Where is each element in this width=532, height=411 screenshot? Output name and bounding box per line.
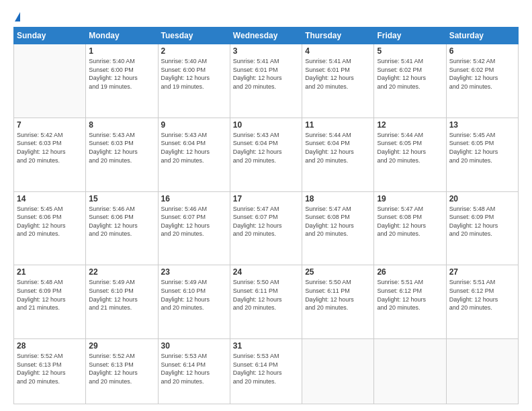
calendar-cell — [14, 44, 86, 118]
day-number: 14 — [17, 194, 83, 203]
day-number: 19 — [377, 194, 443, 203]
calendar-cell: 3Sunrise: 5:41 AMSunset: 6:01 PMDaylight… — [230, 44, 302, 118]
calendar-week-row: 14Sunrise: 5:45 AMSunset: 6:06 PMDayligh… — [14, 191, 519, 265]
day-info: Sunrise: 5:52 AMSunset: 6:13 PMDaylight:… — [17, 352, 83, 385]
day-number: 26 — [377, 267, 443, 277]
day-number: 5 — [377, 46, 443, 56]
calendar-cell: 2Sunrise: 5:40 AMSunset: 6:00 PMDaylight… — [158, 44, 230, 118]
day-info: Sunrise: 5:44 AMSunset: 6:04 PMDaylight:… — [305, 131, 371, 165]
header — [13, 12, 519, 20]
day-number: 22 — [89, 267, 154, 277]
day-info: Sunrise: 5:53 AMSunset: 6:14 PMDaylight:… — [233, 352, 299, 385]
day-number: 31 — [233, 341, 299, 351]
day-number: 15 — [89, 194, 154, 203]
day-of-week-header: Wednesday — [230, 28, 302, 44]
calendar-week-row: 21Sunrise: 5:48 AMSunset: 6:09 PMDayligh… — [14, 265, 519, 339]
day-number: 20 — [449, 194, 515, 203]
day-info: Sunrise: 5:51 AMSunset: 6:12 PMDaylight:… — [377, 278, 443, 312]
calendar-cell: 11Sunrise: 5:44 AMSunset: 6:04 PMDayligh… — [302, 118, 374, 191]
page: SundayMondayTuesdayWednesdayThursdayFrid… — [0, 0, 532, 411]
calendar-cell: 18Sunrise: 5:47 AMSunset: 6:08 PMDayligh… — [302, 191, 374, 265]
day-info: Sunrise: 5:50 AMSunset: 6:11 PMDaylight:… — [305, 278, 371, 312]
calendar-header-row: SundayMondayTuesdayWednesdayThursdayFrid… — [14, 28, 519, 44]
day-number: 1 — [89, 46, 154, 56]
calendar-cell: 21Sunrise: 5:48 AMSunset: 6:09 PMDayligh… — [14, 265, 86, 339]
day-number: 10 — [233, 120, 299, 130]
day-number: 27 — [449, 267, 515, 277]
calendar-cell: 5Sunrise: 5:41 AMSunset: 6:02 PMDaylight… — [374, 44, 446, 118]
day-number: 6 — [449, 46, 515, 56]
calendar-cell: 8Sunrise: 5:43 AMSunset: 6:03 PMDaylight… — [86, 118, 158, 191]
day-of-week-header: Sunday — [14, 28, 86, 44]
day-of-week-header: Tuesday — [158, 28, 230, 44]
day-info: Sunrise: 5:49 AMSunset: 6:10 PMDaylight:… — [89, 278, 154, 312]
calendar-cell: 7Sunrise: 5:42 AMSunset: 6:03 PMDaylight… — [14, 118, 86, 191]
day-number: 30 — [161, 341, 227, 351]
day-number: 21 — [17, 267, 83, 277]
logo-text — [13, 12, 20, 23]
day-number: 9 — [161, 120, 227, 130]
calendar-cell: 30Sunrise: 5:53 AMSunset: 6:14 PMDayligh… — [158, 339, 230, 404]
day-number: 8 — [89, 120, 154, 130]
day-number: 16 — [161, 194, 227, 203]
day-number: 17 — [233, 194, 299, 203]
day-of-week-header: Friday — [374, 28, 446, 44]
calendar-cell: 16Sunrise: 5:46 AMSunset: 6:07 PMDayligh… — [158, 191, 230, 265]
day-info: Sunrise: 5:51 AMSunset: 6:12 PMDaylight:… — [449, 278, 515, 312]
calendar-cell: 4Sunrise: 5:41 AMSunset: 6:01 PMDaylight… — [302, 44, 374, 118]
day-number: 2 — [161, 46, 227, 56]
day-info: Sunrise: 5:43 AMSunset: 6:03 PMDaylight:… — [89, 131, 154, 165]
day-info: Sunrise: 5:47 AMSunset: 6:07 PMDaylight:… — [233, 205, 299, 238]
day-number: 18 — [305, 194, 371, 203]
calendar-cell: 20Sunrise: 5:48 AMSunset: 6:09 PMDayligh… — [446, 191, 518, 265]
day-info: Sunrise: 5:45 AMSunset: 6:06 PMDaylight:… — [17, 205, 83, 238]
day-info: Sunrise: 5:50 AMSunset: 6:11 PMDaylight:… — [233, 278, 299, 312]
day-of-week-header: Saturday — [446, 28, 518, 44]
day-number: 29 — [89, 341, 154, 351]
day-info: Sunrise: 5:48 AMSunset: 6:09 PMDaylight:… — [17, 278, 83, 312]
calendar-cell: 22Sunrise: 5:49 AMSunset: 6:10 PMDayligh… — [86, 265, 158, 339]
calendar-cell: 14Sunrise: 5:45 AMSunset: 6:06 PMDayligh… — [14, 191, 86, 265]
day-info: Sunrise: 5:52 AMSunset: 6:13 PMDaylight:… — [89, 352, 154, 385]
calendar-cell: 19Sunrise: 5:47 AMSunset: 6:08 PMDayligh… — [374, 191, 446, 265]
day-info: Sunrise: 5:41 AMSunset: 6:01 PMDaylight:… — [233, 57, 299, 91]
calendar-cell: 12Sunrise: 5:44 AMSunset: 6:05 PMDayligh… — [374, 118, 446, 191]
calendar-cell: 25Sunrise: 5:50 AMSunset: 6:11 PMDayligh… — [302, 265, 374, 339]
day-info: Sunrise: 5:41 AMSunset: 6:02 PMDaylight:… — [377, 57, 443, 91]
logo-icon — [15, 12, 20, 21]
day-number: 25 — [305, 267, 371, 277]
calendar-cell: 29Sunrise: 5:52 AMSunset: 6:13 PMDayligh… — [86, 339, 158, 404]
calendar-cell: 28Sunrise: 5:52 AMSunset: 6:13 PMDayligh… — [14, 339, 86, 404]
day-info: Sunrise: 5:47 AMSunset: 6:08 PMDaylight:… — [305, 205, 371, 238]
calendar-cell: 6Sunrise: 5:42 AMSunset: 6:02 PMDaylight… — [446, 44, 518, 118]
day-info: Sunrise: 5:44 AMSunset: 6:05 PMDaylight:… — [377, 131, 443, 165]
calendar-cell: 17Sunrise: 5:47 AMSunset: 6:07 PMDayligh… — [230, 191, 302, 265]
day-of-week-header: Monday — [86, 28, 158, 44]
day-info: Sunrise: 5:49 AMSunset: 6:10 PMDaylight:… — [161, 278, 227, 312]
calendar-cell — [374, 339, 446, 404]
day-number: 11 — [305, 120, 371, 130]
calendar-cell: 23Sunrise: 5:49 AMSunset: 6:10 PMDayligh… — [158, 265, 230, 339]
day-number: 3 — [233, 46, 299, 56]
day-number: 7 — [17, 120, 83, 130]
day-number: 23 — [161, 267, 227, 277]
calendar-week-row: 1Sunrise: 5:40 AMSunset: 6:00 PMDaylight… — [14, 44, 519, 118]
day-info: Sunrise: 5:48 AMSunset: 6:09 PMDaylight:… — [449, 205, 515, 238]
calendar-cell — [302, 339, 374, 404]
calendar-cell: 13Sunrise: 5:45 AMSunset: 6:05 PMDayligh… — [446, 118, 518, 191]
day-info: Sunrise: 5:47 AMSunset: 6:08 PMDaylight:… — [377, 205, 443, 238]
logo — [13, 12, 20, 20]
calendar-cell — [446, 339, 518, 404]
calendar-cell: 27Sunrise: 5:51 AMSunset: 6:12 PMDayligh… — [446, 265, 518, 339]
day-number: 13 — [449, 120, 515, 130]
day-info: Sunrise: 5:53 AMSunset: 6:14 PMDaylight:… — [161, 352, 227, 385]
day-number: 24 — [233, 267, 299, 277]
day-info: Sunrise: 5:46 AMSunset: 6:07 PMDaylight:… — [161, 205, 227, 238]
calendar-cell: 1Sunrise: 5:40 AMSunset: 6:00 PMDaylight… — [86, 44, 158, 118]
calendar-cell: 31Sunrise: 5:53 AMSunset: 6:14 PMDayligh… — [230, 339, 302, 404]
day-info: Sunrise: 5:42 AMSunset: 6:03 PMDaylight:… — [17, 131, 83, 165]
calendar-cell: 10Sunrise: 5:43 AMSunset: 6:04 PMDayligh… — [230, 118, 302, 191]
calendar-cell: 24Sunrise: 5:50 AMSunset: 6:11 PMDayligh… — [230, 265, 302, 339]
calendar-week-row: 28Sunrise: 5:52 AMSunset: 6:13 PMDayligh… — [14, 339, 519, 404]
calendar-week-row: 7Sunrise: 5:42 AMSunset: 6:03 PMDaylight… — [14, 118, 519, 191]
